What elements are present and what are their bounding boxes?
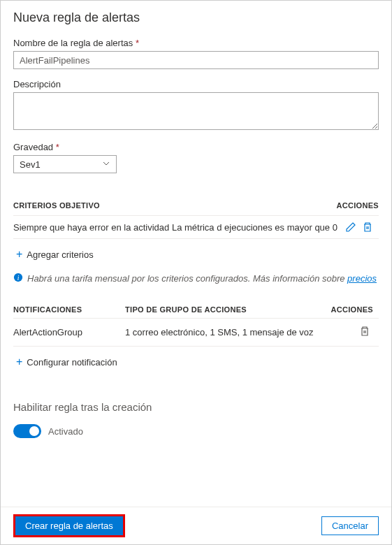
description-textarea[interactable] [13, 92, 379, 130]
panel-footer: Crear regla de alertas Cancelar [1, 507, 391, 544]
alert-name-label: Nombre de la regla de alertas * [13, 38, 379, 48]
severity-select[interactable]: Sev1 [13, 155, 117, 173]
notification-name: AlertActionGroup [13, 327, 125, 337]
criteria-row: Siempre que haya error en la actividad L… [13, 215, 379, 239]
create-alert-rule-button[interactable]: Crear regla de alertas [15, 516, 123, 535]
pricing-link[interactable]: precios [347, 273, 377, 284]
alert-name-input[interactable] [13, 51, 379, 69]
pricing-info: i Habrá una tarifa mensual por los crite… [13, 272, 379, 284]
delete-icon[interactable] [362, 221, 373, 233]
info-icon: i [13, 272, 23, 284]
description-label: Descripción [13, 79, 379, 89]
plus-icon: + [16, 356, 22, 368]
notifications-actions-header: ACCIONES [331, 305, 379, 314]
criteria-text: Siempre que haya error en la actividad L… [13, 222, 337, 233]
severity-label: Gravedad * [13, 142, 379, 152]
delete-icon[interactable] [359, 326, 370, 337]
enable-toggle[interactable] [13, 424, 41, 438]
enable-toggle-label: Activado [48, 426, 83, 437]
chevron-down-icon [102, 159, 110, 170]
edit-icon[interactable] [345, 221, 356, 233]
configure-notification-link[interactable]: + Configurar notificación [16, 356, 117, 368]
notification-type: 1 correo electrónico, 1 SMS, 1 mensaje d… [125, 327, 359, 337]
add-criteria-link[interactable]: + Agregar criterios [16, 249, 94, 260]
panel-title: Nueva regla de alertas [13, 10, 379, 25]
notification-row: AlertActionGroup 1 correo electrónico, 1… [13, 318, 379, 347]
svg-text:i: i [17, 274, 20, 282]
enable-rule-title: Habilitar regla tras la creación [13, 401, 379, 413]
plus-icon: + [16, 249, 22, 260]
criteria-actions-header: ACCIONES [337, 201, 379, 210]
notifications-header: NOTIFICACIONES [13, 305, 125, 314]
action-group-type-header: TIPO DE GRUPO DE ACCIONES [125, 305, 331, 314]
criteria-header: CRITERIOS OBJETIVO [13, 201, 100, 210]
cancel-button[interactable]: Cancelar [321, 516, 379, 535]
